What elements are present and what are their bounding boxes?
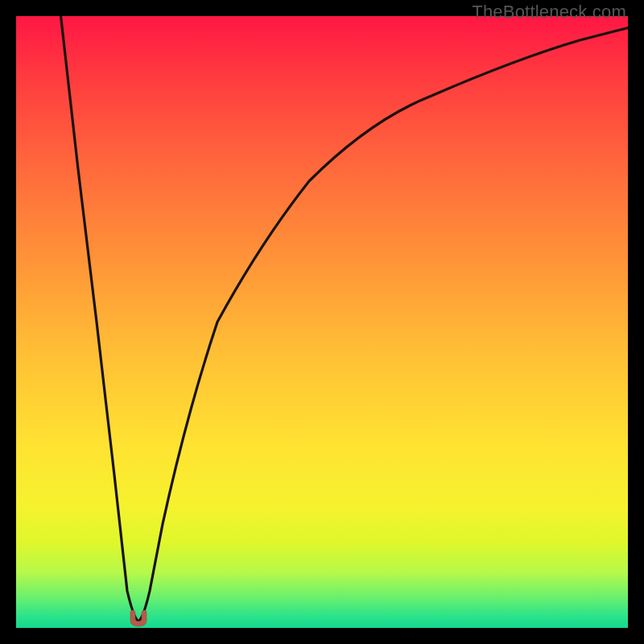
chart-frame: TheBottleneck.com (0, 0, 644, 644)
attribution-label: TheBottleneck.com (472, 2, 626, 23)
plot-area (16, 16, 628, 628)
bottleneck-curve (16, 16, 628, 628)
